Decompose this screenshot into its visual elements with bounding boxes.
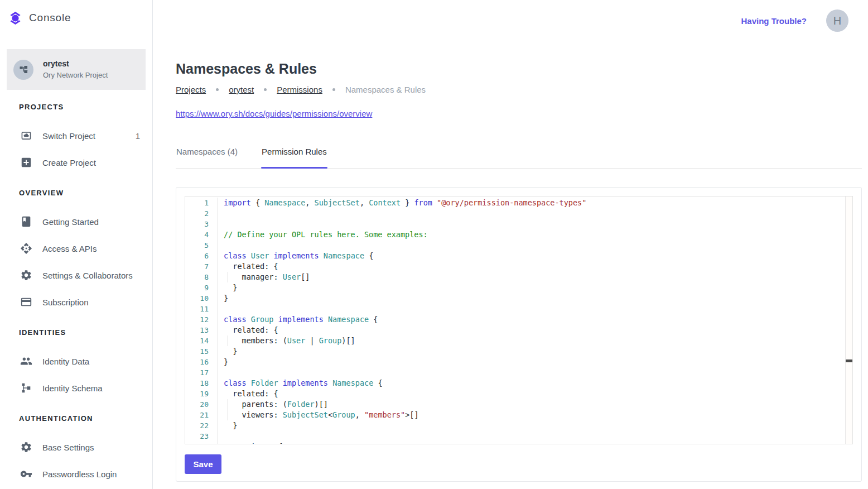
project-subtitle: Ory Network Project bbox=[43, 70, 108, 80]
breadcrumb-separator-icon bbox=[216, 88, 219, 91]
line-number: 5 bbox=[185, 240, 218, 251]
add-box-icon bbox=[20, 156, 33, 169]
gear-icon bbox=[20, 269, 33, 282]
ory-logo-icon bbox=[8, 11, 23, 26]
sidebar-item-subscription[interactable]: Subscription bbox=[0, 289, 152, 315]
code-line: 11 bbox=[185, 304, 852, 314]
breadcrumb-link-projects[interactable]: Projects bbox=[176, 85, 206, 94]
code-text: // Define your OPL rules here. Some exam… bbox=[218, 229, 852, 240]
code-lines: 1import { Namespace, SubjectSet, Context… bbox=[185, 196, 852, 444]
code-text bbox=[218, 304, 852, 314]
sidebar-section: OVERVIEWGetting StartedAccess & APIsSett… bbox=[0, 186, 152, 315]
sidebar-item-label: Base Settings bbox=[42, 443, 140, 452]
project-selector[interactable]: orytest Ory Network Project bbox=[7, 49, 146, 90]
code-line: 24 permits = { bbox=[185, 442, 852, 444]
code-line: 18class Folder implements Namespace { bbox=[185, 378, 852, 389]
line-number: 20 bbox=[185, 399, 218, 410]
line-number: 6 bbox=[185, 251, 218, 261]
line-number: 10 bbox=[185, 293, 218, 304]
cloud-box-icon bbox=[20, 129, 33, 142]
line-number: 9 bbox=[185, 282, 218, 293]
credit-card-icon bbox=[20, 295, 33, 309]
tab-permission-rules[interactable]: Permission Rules bbox=[261, 139, 327, 168]
breadcrumb-link-permissions[interactable]: Permissions bbox=[277, 85, 322, 94]
sidebar-item-create-project[interactable]: Create Project bbox=[0, 149, 152, 176]
line-number: 24 bbox=[185, 442, 218, 444]
code-text: members: (User | Group)[] bbox=[218, 335, 852, 346]
opl-code-editor[interactable]: 1import { Namespace, SubjectSet, Context… bbox=[185, 196, 853, 444]
sidebar-item-label: Switch Project bbox=[42, 131, 126, 141]
tab-namespaces-4[interactable]: Namespaces (4) bbox=[176, 139, 238, 168]
line-number: 18 bbox=[185, 378, 218, 389]
line-number: 1 bbox=[185, 198, 218, 208]
having-trouble-link[interactable]: Having Trouble? bbox=[741, 16, 807, 26]
code-line: 8 manager: User[] bbox=[185, 272, 852, 282]
sidebar-item-label: Subscription bbox=[42, 298, 140, 307]
code-text: related: { bbox=[218, 389, 852, 399]
code-text: class Folder implements Namespace { bbox=[218, 378, 852, 389]
people-icon bbox=[20, 354, 33, 368]
breadcrumb-link-orytest[interactable]: orytest bbox=[229, 85, 254, 94]
sidebar-item-identity-schema[interactable]: Identity Schema bbox=[0, 375, 152, 401]
page-title: Namespaces & Rules bbox=[176, 60, 862, 77]
scrollbar-marker[interactable] bbox=[846, 359, 852, 362]
code-text: } bbox=[218, 282, 852, 293]
code-line: 2 bbox=[185, 208, 852, 219]
sidebar-item-passwordless-login[interactable]: Passwordless Login bbox=[0, 461, 152, 487]
code-text bbox=[218, 208, 852, 219]
editor-scrollbar[interactable] bbox=[845, 196, 852, 444]
sidebar-item-base-settings[interactable]: Base Settings bbox=[0, 434, 152, 461]
gear-icon bbox=[20, 440, 33, 454]
sidebar-item-identity-data[interactable]: Identity Data bbox=[0, 348, 152, 375]
logo-row[interactable]: Console bbox=[0, 0, 152, 36]
sidebar-section: IDENTITIESIdentity DataIdentity Schema bbox=[0, 326, 152, 401]
project-avatar bbox=[13, 60, 33, 80]
topbar: Having Trouble? H bbox=[153, 0, 868, 41]
sidebar-section-title: PROJECTS bbox=[0, 100, 152, 114]
line-number: 4 bbox=[185, 229, 218, 240]
code-text: viewers: SubjectSet<Group, "members">[] bbox=[218, 410, 852, 420]
save-button[interactable]: Save bbox=[185, 454, 221, 474]
code-line: 16} bbox=[185, 357, 852, 367]
sidebar-section: AUTHENTICATIONBase SettingsPasswordless … bbox=[0, 412, 152, 487]
sidebar-item-label: Create Project bbox=[42, 158, 140, 167]
sidebar: Console orytest Ory Network Project PROJ… bbox=[0, 0, 153, 489]
page-content: Namespaces & Rules ProjectsorytestPermis… bbox=[153, 41, 868, 482]
main-area: Having Trouble? H Namespaces & Rules Pro… bbox=[153, 0, 868, 489]
code-text: } bbox=[218, 420, 852, 431]
org-chart-icon bbox=[18, 64, 30, 75]
sidebar-item-getting-started[interactable]: Getting Started bbox=[0, 208, 152, 235]
sidebar-nav: PROJECTSSwitch Project1Create ProjectOVE… bbox=[0, 100, 152, 487]
sidebar-item-switch-project[interactable]: Switch Project1 bbox=[0, 122, 152, 149]
code-line: 22 } bbox=[185, 420, 852, 431]
code-line: 21 viewers: SubjectSet<Group, "members">… bbox=[185, 410, 852, 420]
line-number: 13 bbox=[185, 325, 218, 335]
docs-link[interactable]: https://www.ory.sh/docs/guides/permissio… bbox=[176, 109, 372, 118]
code-text: } bbox=[218, 346, 852, 357]
book-icon bbox=[20, 215, 33, 228]
sidebar-item-label: Settings & Collaborators bbox=[42, 271, 140, 280]
code-line: 6class User implements Namespace { bbox=[185, 251, 852, 261]
breadcrumb: ProjectsorytestPermissionsNamespaces & R… bbox=[176, 85, 862, 94]
line-number: 23 bbox=[185, 431, 218, 442]
line-number: 16 bbox=[185, 357, 218, 367]
project-name: orytest bbox=[43, 59, 108, 69]
line-number: 3 bbox=[185, 219, 218, 229]
sidebar-item-label: Passwordless Login bbox=[42, 469, 140, 479]
indent-guide bbox=[228, 399, 228, 410]
sidebar-item-access-apis[interactable]: Access & APIs bbox=[0, 235, 152, 262]
api-icon bbox=[20, 242, 33, 255]
code-text: parents: (Folder)[] bbox=[218, 399, 852, 410]
code-text: related: { bbox=[218, 325, 852, 335]
user-avatar[interactable]: H bbox=[826, 9, 848, 32]
line-number: 21 bbox=[185, 410, 218, 420]
code-line: 19 related: { bbox=[185, 389, 852, 399]
line-number: 7 bbox=[185, 261, 218, 272]
code-line: 3 bbox=[185, 219, 852, 229]
indent-guide bbox=[228, 335, 228, 346]
sidebar-item-settings-collaborators[interactable]: Settings & Collaborators bbox=[0, 262, 152, 289]
code-line: 9 } bbox=[185, 282, 852, 293]
tab-bar: Namespaces (4)Permission Rules bbox=[176, 139, 862, 169]
code-line: 13 related: { bbox=[185, 325, 852, 335]
sidebar-item-label: Access & APIs bbox=[42, 244, 140, 253]
